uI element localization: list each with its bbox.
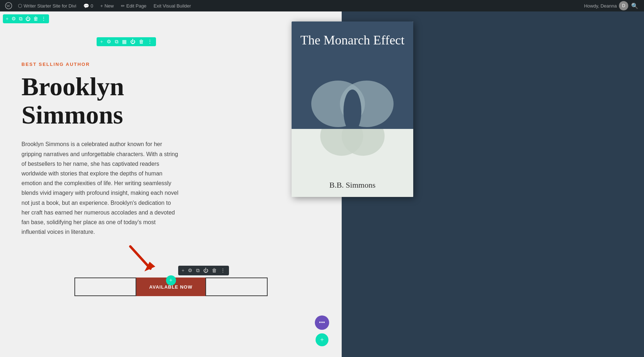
howdy-text: Howdy, Deanna [584,3,617,9]
book-author: B.B. Simmons [330,180,376,190]
svg-text:W: W [6,4,10,8]
avatar: D [619,1,628,10]
book-cover-bottom: B.B. Simmons [292,129,413,197]
section-duplicate-icon[interactable]: ⧉ [19,16,23,22]
comments-count: 0 [91,3,93,9]
author-name-line2: Simmons [21,101,123,129]
comments-item[interactable]: 💬 0 [80,0,97,11]
comment-icon: 💬 [83,3,89,9]
red-arrow [126,242,158,275]
row-duplicate-icon[interactable]: ⧉ [115,39,118,45]
howdy-greeting: Howdy, Deanna D [584,1,628,10]
row-grid-icon[interactable]: ▦ [122,39,127,45]
author-name: Brooklyn Simmons [21,73,320,129]
divi-menu-button[interactable]: ••• [315,315,329,330]
row-more-icon[interactable]: ⋮ [147,39,152,45]
admin-bar-right: Howdy, Deanna D 🔍 [584,1,641,10]
admin-bar: W ⬡ Writer Starter Site for Divi 💬 0 + N… [0,0,644,11]
exit-builder-item[interactable]: Exit Visual Builder [150,0,195,11]
search-icon[interactable]: 🔍 [631,3,638,9]
new-item[interactable]: + New [97,0,117,11]
section-add-icon[interactable]: + [6,16,9,22]
plus-section-icon: + [320,336,324,344]
module-add-plus-button[interactable]: + [166,275,176,285]
add-section-button[interactable]: + [316,333,328,346]
row-disable-icon[interactable]: ⏻ [130,39,135,45]
site-name-label: Writer Starter Site for Divi [24,3,76,9]
pencil-icon: ✏ [121,3,125,9]
module-duplicate-icon[interactable]: ⧉ [196,268,200,274]
author-bio: Brooklyn Simmons is a celebrated author … [21,139,179,237]
exit-builder-label: Exit Visual Builder [153,3,191,9]
main-layout: + ⚙ ⧉ ⏻ 🗑 ⋮ + ⚙ ⧉ ▦ ⏻ 🗑 ⋮ BEST SELLING A… [0,11,644,357]
new-label: New [104,3,114,9]
row-delete-icon[interactable]: 🗑 [139,39,144,45]
dots-icon: ••• [319,319,325,326]
module-more-icon[interactable]: ⋮ [220,267,225,274]
book-title: The Monarch Effect [300,32,404,48]
row-toolbar: + ⚙ ⧉ ▦ ⏻ 🗑 ⋮ [97,37,156,46]
module-delete-icon[interactable]: 🗑 [212,268,217,274]
subtitle: BEST SELLING AUTHOR [21,62,320,67]
book-cover-wrapper: The Monarch Effect [292,21,413,197]
row-settings-icon[interactable]: ⚙ [107,39,111,45]
edit-page-label: Edit Page [126,3,146,9]
author-name-line1: Brooklyn [21,72,124,101]
content-inner: BEST SELLING AUTHOR Brooklyn Simmons Bro… [0,11,342,258]
plus-icon: + [100,3,103,9]
section-disable-icon[interactable]: ⏻ [25,16,30,22]
butterfly-shape [309,75,395,129]
content-area: + ⚙ ⧉ ⏻ 🗑 ⋮ + ⚙ ⧉ ▦ ⏻ 🗑 ⋮ BEST SELLING A… [0,11,342,357]
divi-icon: ⬡ [18,3,22,9]
section-settings-icon[interactable]: ⚙ [11,16,16,22]
module-settings-icon[interactable]: ⚙ [188,267,192,274]
section-more-icon[interactable]: ⋮ [41,16,46,22]
module-toolbar: + ⚙ ⧉ ⏻ 🗑 ⋮ [178,266,229,275]
row-add-icon[interactable]: + [100,39,103,45]
bottom-leaf-shape [317,129,388,165]
book-cover: The Monarch Effect [292,21,413,197]
section-toolbar: + ⚙ ⧉ ⏻ 🗑 ⋮ [3,14,49,23]
svg-line-7 [130,246,150,269]
module-disable-icon[interactable]: ⏻ [203,268,208,274]
module-add-icon[interactable]: + [182,268,185,274]
edit-page-item[interactable]: ✏ Edit Page [117,0,150,11]
book-cover-top: The Monarch Effect [292,21,413,129]
section-delete-icon[interactable]: 🗑 [33,16,38,22]
site-name-item[interactable]: ⬡ Writer Starter Site for Divi [14,0,80,11]
wordpress-logo[interactable]: W [3,0,14,11]
float-buttons: ••• + [315,315,329,346]
